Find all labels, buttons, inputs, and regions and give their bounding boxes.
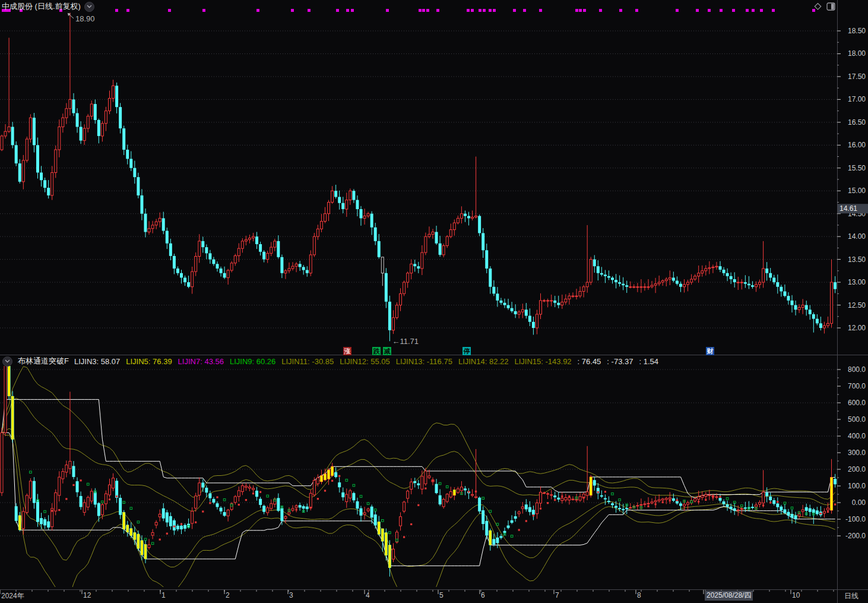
y-axis-label: 17.00 xyxy=(848,95,866,103)
price-candles xyxy=(1,12,837,341)
signal-badge[interactable]: 停 xyxy=(462,347,471,355)
y-axis-label: -100.0 xyxy=(845,515,866,523)
event-dot xyxy=(126,9,129,12)
y-axis-label: 16.50 xyxy=(848,118,866,127)
indicator-value: LIJIN15: -143.92 xyxy=(514,357,571,366)
split-panel-icon[interactable] xyxy=(826,2,836,11)
x-axis-label: 4 xyxy=(366,591,370,599)
chevron-down-icon[interactable] xyxy=(2,356,12,367)
event-dot xyxy=(635,9,638,12)
event-dot xyxy=(746,9,749,12)
annotations: 18.90←11.71 xyxy=(68,13,419,346)
x-axis-label: 12 xyxy=(83,591,91,599)
event-dot xyxy=(346,9,349,12)
signal-badge[interactable]: 涨 xyxy=(343,347,351,355)
event-dot xyxy=(760,9,763,12)
y-axis-label: 800.0 xyxy=(848,365,866,374)
x-axis-label: 10 xyxy=(792,591,800,599)
event-dot xyxy=(619,9,622,12)
indicator-value: LIJIN11: -30.85 xyxy=(281,357,334,366)
y-axis-label: 17.50 xyxy=(848,72,866,81)
y-axis-label: 100.0 xyxy=(848,482,866,490)
indicator-value: : 76.45 xyxy=(578,357,601,366)
x-axis-label: 2025/08/28/四 xyxy=(705,591,753,601)
x-axis-label: 7 xyxy=(555,591,559,599)
event-dot xyxy=(752,9,755,12)
indicator-value: LIJIN9: 60.26 xyxy=(230,357,275,366)
event-dot xyxy=(539,9,542,12)
y-axis-label: 0.00 xyxy=(852,498,866,507)
event-dot xyxy=(422,9,425,12)
event-dot xyxy=(291,9,294,12)
event-dot xyxy=(483,9,486,12)
event-dot xyxy=(493,9,496,12)
event-dot xyxy=(696,9,699,12)
event-dot xyxy=(772,9,775,12)
x-axis-label: 2 xyxy=(226,591,230,599)
event-dot xyxy=(115,9,118,12)
y-axis-label: 300.0 xyxy=(848,449,866,457)
y-axis-label: 15.00 xyxy=(848,187,866,195)
indicator-value: LIJIN3: 58.07 xyxy=(74,357,120,366)
indicator-value: LIJIN14: 82.22 xyxy=(458,357,509,366)
event-dot xyxy=(513,9,516,12)
y-axis-label: 200.0 xyxy=(848,465,866,473)
y-axis-label: 700.0 xyxy=(848,382,866,390)
period-label: 日线 xyxy=(844,591,859,601)
indicator-value: LIJIN7: 43.56 xyxy=(178,357,224,366)
indicator-value: LIJIN12: 55.05 xyxy=(340,357,390,366)
toolbar-icons[interactable] xyxy=(813,2,836,11)
event-dot xyxy=(489,9,492,12)
y-axis-label: 13.50 xyxy=(848,255,866,264)
y-axis-label: 500.0 xyxy=(848,415,866,424)
y-axis-label: 400.0 xyxy=(848,432,866,440)
indicator-header: 布林通道突破F LIJIN3: 58.07LIJIN5: 76.39LIJIN7… xyxy=(2,356,658,367)
event-dot xyxy=(168,9,171,12)
x-axis-label: 2024年 xyxy=(1,591,24,601)
x-axis-label: 8 xyxy=(637,591,641,599)
indicator-panel xyxy=(1,359,837,601)
indicator-value: LIJIN5: 76.39 xyxy=(126,357,172,366)
x-axis-label: 3 xyxy=(289,591,293,599)
period-low-annotation: ←11.71 xyxy=(392,337,419,346)
x-axis-label: 1 xyxy=(161,591,166,599)
event-dot xyxy=(386,9,389,12)
y-axis-label: 14.00 xyxy=(848,232,866,241)
event-dot xyxy=(202,9,205,12)
indicator-values: LIJIN3: 58.07LIJIN5: 76.39LIJIN7: 43.56L… xyxy=(74,357,658,366)
event-dot xyxy=(471,9,474,12)
event-dot xyxy=(308,9,311,12)
y-axis-label: 13.00 xyxy=(848,278,866,286)
chevron-down-icon[interactable] xyxy=(84,2,94,12)
signal-badge[interactable]: 减 xyxy=(383,347,391,355)
event-dot xyxy=(436,9,439,12)
event-dot xyxy=(732,9,735,12)
event-dot xyxy=(351,9,354,12)
diamond-icon[interactable] xyxy=(813,2,822,11)
y-axis-label: 15.50 xyxy=(848,164,866,172)
event-dots-row xyxy=(2,9,815,12)
period-high-annotation: 18.90 xyxy=(75,14,95,23)
last-price-axis-label: 14.61 xyxy=(840,204,857,213)
chart-canvas[interactable]: 18.5018.0017.5017.0016.5016.0015.5015.00… xyxy=(0,0,868,603)
event-dot xyxy=(583,9,586,12)
event-dot xyxy=(336,9,339,12)
instrument-title-bar[interactable]: 中成股份 (日线.前复权) xyxy=(2,1,94,12)
x-axis-label: 5 xyxy=(439,591,443,599)
indicator-value: : -73.37 xyxy=(607,357,633,366)
y-axis-label: 12.00 xyxy=(848,324,866,332)
gridlines xyxy=(0,31,837,536)
indicator-title: 布林通道突破F xyxy=(18,356,69,367)
signal-badge[interactable]: 跌 xyxy=(372,347,381,355)
indicator-value: LIJIN13: -116.75 xyxy=(396,357,452,366)
y-axis-label: 12.50 xyxy=(848,301,866,310)
indicator-value: : 1.54 xyxy=(639,357,658,366)
event-dot xyxy=(676,9,679,12)
y-axis-label: 18.50 xyxy=(848,27,866,35)
event-dot xyxy=(467,9,470,12)
signal-badge[interactable]: 财 xyxy=(706,347,714,355)
y-axis-label: 16.00 xyxy=(848,141,866,149)
y-axis-label: -200.0 xyxy=(845,532,866,540)
event-dot xyxy=(720,9,723,12)
event-dot xyxy=(575,9,578,12)
